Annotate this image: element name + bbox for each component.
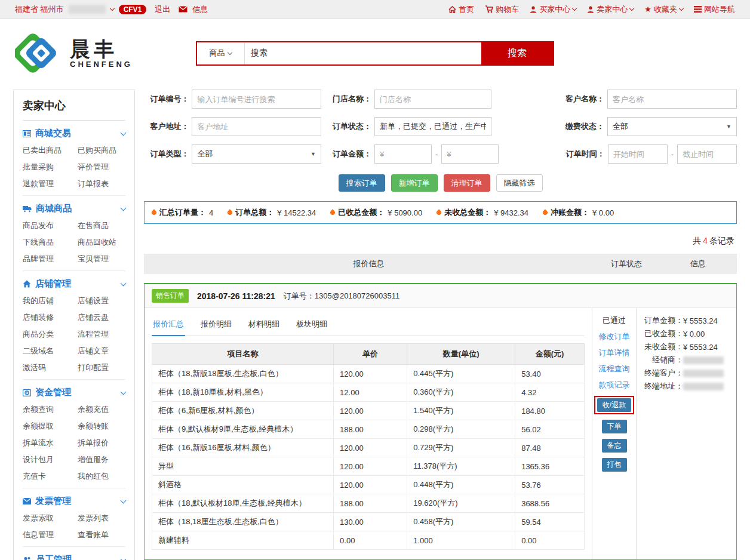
memo-button[interactable]: 备忘	[602, 439, 627, 453]
sidebar-item[interactable]: 信息管理	[23, 530, 78, 540]
add-order-button[interactable]: 新增订单	[391, 174, 438, 192]
order-status-input[interactable]	[374, 117, 491, 136]
hide-filter-button[interactable]: 隐藏筛选	[496, 174, 543, 192]
summary-item: 汇总订单量： 4	[152, 207, 213, 218]
region-label[interactable]: 福建省 福州市	[15, 4, 64, 15]
sidebar-item[interactable]: 流程管理	[78, 329, 125, 340]
sidebar-item[interactable]: 已购买商品	[78, 145, 125, 156]
sidebar-item[interactable]: 评价管理	[78, 162, 125, 173]
store-name-input[interactable]	[374, 90, 491, 109]
sidebar-item[interactable]: 我的店铺	[23, 296, 78, 306]
sidebar-item[interactable]: 余额查询	[23, 404, 78, 415]
sidebar-item[interactable]: 品牌管理	[23, 254, 78, 264]
order-action-link[interactable]: 订单详情	[599, 347, 630, 358]
sidebar-item[interactable]: 余额提取	[23, 421, 78, 432]
sidebar-item[interactable]: 店铺设置	[78, 296, 125, 306]
table-row: 柜体（6,新6厘板,材料,颜色） 120.00 1.540(平方) 184.80	[152, 402, 585, 420]
clean-orders-button[interactable]: 清理订单	[444, 174, 490, 192]
nav-seller-center[interactable]: 卖家中心	[587, 4, 634, 15]
cell-amount: 1365.36	[515, 457, 585, 476]
sidebar: 卖家中心 商城交易 已卖出商品已购买商品批量采购评价管理退款管理订单报表 商城商…	[13, 90, 135, 560]
pay-status-select[interactable]: 全部 ▼	[607, 117, 737, 136]
sidebar-item[interactable]: 宝贝管理	[78, 254, 125, 264]
chevron-down-icon[interactable]	[109, 6, 114, 11]
sidebar-section-funds-header[interactable]: 资金管理	[23, 387, 125, 398]
order-amount-min-input[interactable]	[374, 144, 432, 164]
sidebar-section-invoice-header[interactable]: 发票管理	[23, 496, 125, 507]
list-header-quote: 报价信息	[144, 259, 594, 269]
pack-button[interactable]: 打包	[602, 458, 627, 472]
order-action-link[interactable]: 款项记录	[599, 380, 630, 390]
order-no-input[interactable]	[192, 90, 321, 109]
sidebar-item[interactable]: 商品回收站	[78, 237, 125, 248]
sidebar-item[interactable]: 店铺文章	[78, 346, 125, 356]
sidebar-item[interactable]: 余额转账	[78, 421, 125, 432]
sidebar-item[interactable]: 增值服务	[78, 454, 125, 465]
nav-buyer-center[interactable]: 买家中心	[530, 4, 576, 15]
sidebar-item[interactable]: 订单报表	[78, 179, 125, 189]
order-amount-max-input[interactable]	[441, 144, 499, 164]
order-status-column: 已通过 修改订单订单详情流程查询款项记录 收/退款 下单 备忘 打包	[592, 308, 636, 559]
order-type-select[interactable]: 全部 ▼	[192, 144, 321, 164]
sidebar-item[interactable]: 发票列表	[78, 513, 125, 524]
tab-material-detail[interactable]: 材料明细	[247, 315, 281, 336]
sidebar-item[interactable]: 充值卡	[23, 471, 78, 482]
sidebar-item[interactable]: 商品发布	[23, 220, 78, 231]
tab-panel-detail[interactable]: 板块明细	[295, 315, 328, 336]
nav-home[interactable]: 首页	[448, 4, 474, 15]
cell-quantity: 0.458(平方)	[407, 513, 515, 531]
customer-address-input[interactable]	[192, 117, 321, 136]
order-action-link[interactable]: 流程查询	[599, 364, 630, 374]
order-time-start-input[interactable]	[608, 144, 668, 164]
sidebar-item[interactable]: 我的红包	[78, 471, 125, 482]
search-orders-button[interactable]: 搜索订单	[339, 174, 385, 192]
sidebar-item[interactable]: 商品分类	[23, 329, 78, 340]
search-button[interactable]: 搜索	[481, 42, 553, 64]
tab-quote-detail[interactable]: 报价明细	[199, 315, 233, 336]
sidebar-item[interactable]: 已卖出商品	[23, 145, 78, 156]
customer-name-input[interactable]	[607, 90, 737, 109]
sidebar-item[interactable]: 打印配置	[78, 362, 125, 373]
search-category-select[interactable]: 商品	[197, 42, 245, 64]
sidebar-item[interactable]: 拆单流水	[23, 438, 78, 448]
user-icon	[530, 6, 537, 13]
sidebar-section-shop-header[interactable]: 店铺管理	[23, 278, 125, 290]
sidebar-section-trade-header[interactable]: 商城交易	[23, 128, 125, 139]
nav-favorites[interactable]: ★ 收藏夹	[644, 4, 683, 15]
place-order-button[interactable]: 下单	[602, 420, 627, 433]
cell-amount: 53.40	[515, 365, 585, 383]
tab-quote-summary[interactable]: 报价汇总	[152, 315, 185, 336]
cell-unit-price: 188.00	[334, 494, 407, 513]
version-badge: CFV1	[119, 5, 147, 14]
sidebar-item[interactable]: 二级域名	[23, 346, 78, 356]
topbar-nav: 首页 购物车 买家中心 卖家中心 ★ 收藏夹 网站导航	[448, 4, 735, 15]
sidebar-item[interactable]: 退款管理	[23, 179, 78, 189]
sidebar-item[interactable]: 店铺装修	[23, 312, 78, 323]
summary-item: 已收总金额： ¥ 5090.00	[330, 207, 422, 218]
sidebar-item[interactable]: 店铺云盘	[78, 312, 125, 323]
sidebar-item[interactable]: 设计包月	[23, 454, 78, 465]
cell-item-name: 柜体（18,新版18厘板,生态板,白色）	[152, 365, 334, 383]
logo[interactable]: 晨丰 CHENFENG	[15, 30, 133, 76]
logout-link[interactable]: 退出	[155, 4, 170, 15]
sidebar-item[interactable]: 余额充值	[78, 404, 125, 415]
sidebar-section-goods-header[interactable]: 商城商品	[23, 203, 125, 214]
cell-item-name: 柜体（18,18厘生态板,生态板,白色）	[152, 513, 334, 531]
sidebar-item[interactable]: 发票索取	[23, 513, 78, 524]
cell-amount: 3688.56	[515, 494, 585, 513]
sidebar-item[interactable]: 在售商品	[78, 220, 125, 231]
message-link[interactable]: 信息	[192, 4, 208, 15]
receive-refund-button[interactable]: 收/退款	[597, 398, 631, 412]
list-icon	[23, 130, 31, 137]
sidebar-item[interactable]: 激活码	[23, 362, 78, 373]
sidebar-section-staff-header[interactable]: 员工管理	[23, 554, 125, 560]
sidebar-item[interactable]: 下线商品	[23, 237, 78, 248]
search-input[interactable]	[245, 42, 481, 64]
order-action-link[interactable]: 修改订单	[599, 331, 630, 342]
order-time-end-input[interactable]	[677, 144, 737, 164]
sidebar-item[interactable]: 拆单报价	[78, 438, 125, 448]
sidebar-item[interactable]: 查看账单	[78, 530, 125, 540]
nav-sitemap[interactable]: 网站导航	[694, 4, 735, 15]
sidebar-item[interactable]: 批量采购	[23, 162, 78, 173]
nav-cart[interactable]: 购物车	[485, 4, 519, 15]
